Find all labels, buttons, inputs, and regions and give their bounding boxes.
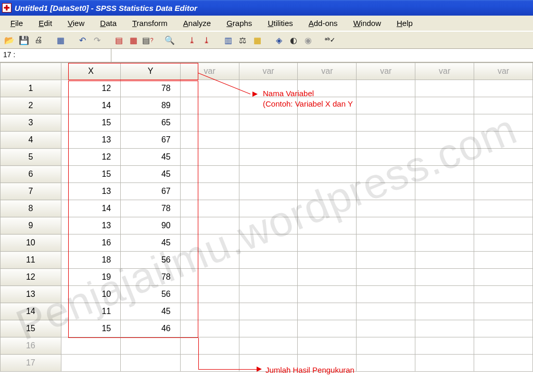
- table-row[interactable]: 16: [1, 337, 533, 355]
- cell-empty[interactable]: [357, 286, 415, 303]
- select-cases-icon[interactable]: ▦: [251, 34, 263, 46]
- cell-empty[interactable]: [415, 286, 474, 303]
- value-labels-icon[interactable]: ◈: [273, 34, 285, 46]
- cell[interactable]: 45: [121, 149, 180, 166]
- cell[interactable]: 18: [61, 252, 120, 269]
- cell-empty[interactable]: [298, 252, 357, 269]
- redo-icon[interactable]: ↷: [91, 34, 103, 46]
- cell-empty[interactable]: [239, 114, 298, 132]
- table-row[interactable]: 81478: [1, 200, 533, 217]
- cell-empty[interactable]: [239, 234, 298, 252]
- menu-analyze[interactable]: Analyze: [176, 17, 218, 29]
- table-row[interactable]: 131056: [1, 286, 533, 303]
- menu-view[interactable]: View: [60, 17, 92, 29]
- cell-empty[interactable]: [180, 97, 239, 114]
- cell[interactable]: 90: [121, 217, 180, 234]
- cell-empty[interactable]: [474, 132, 533, 149]
- cell-empty[interactable]: [357, 252, 415, 269]
- cell-empty[interactable]: [298, 234, 357, 252]
- row-header[interactable]: 3: [1, 114, 61, 132]
- weight-cases-icon[interactable]: ⚖: [236, 34, 249, 46]
- cell-empty[interactable]: [180, 80, 239, 97]
- cell-empty[interactable]: [180, 200, 239, 217]
- column-header-empty[interactable]: var: [474, 63, 533, 80]
- cell-empty[interactable]: [357, 97, 415, 114]
- cell-empty[interactable]: [474, 200, 533, 217]
- cell-empty[interactable]: [474, 97, 533, 114]
- cell-empty[interactable]: [415, 132, 474, 149]
- cell-empty[interactable]: [180, 303, 239, 320]
- cell[interactable]: 65: [121, 114, 180, 132]
- cell-empty[interactable]: [474, 149, 533, 166]
- cell-empty[interactable]: [474, 114, 533, 132]
- cell-empty[interactable]: [298, 217, 357, 234]
- cell-empty[interactable]: [415, 252, 474, 269]
- table-row[interactable]: 31565: [1, 114, 533, 132]
- menu-help[interactable]: Help: [389, 17, 420, 29]
- cell-empty[interactable]: [239, 337, 298, 355]
- cell[interactable]: 78: [121, 80, 180, 97]
- cell[interactable]: 46: [121, 320, 180, 337]
- menu-utilities[interactable]: Utilities: [260, 17, 300, 29]
- table-row[interactable]: 141145: [1, 303, 533, 320]
- menu-window[interactable]: Window: [346, 17, 388, 29]
- cell-empty[interactable]: [415, 303, 474, 320]
- row-header[interactable]: 14: [1, 303, 61, 320]
- table-row[interactable]: 11278: [1, 80, 533, 97]
- row-header[interactable]: 7: [1, 183, 61, 200]
- cell-address-box[interactable]: 17 :: [0, 49, 111, 62]
- cell-empty[interactable]: [415, 234, 474, 252]
- table-row[interactable]: 91390: [1, 217, 533, 234]
- cell-empty[interactable]: [415, 166, 474, 183]
- cell-empty[interactable]: [357, 217, 415, 234]
- cell[interactable]: 78: [121, 200, 180, 217]
- cell[interactable]: 13: [61, 183, 120, 200]
- row-header[interactable]: 5: [1, 149, 61, 166]
- cell-empty[interactable]: [474, 269, 533, 286]
- cell-empty[interactable]: [121, 355, 180, 372]
- cell-empty[interactable]: [180, 320, 239, 337]
- column-header-empty[interactable]: var: [415, 63, 474, 80]
- cell-empty[interactable]: [121, 337, 180, 355]
- undo-icon[interactable]: ↶: [76, 34, 88, 46]
- cell-empty[interactable]: [415, 114, 474, 132]
- goto-case-icon[interactable]: ▤: [112, 34, 125, 46]
- cell-empty[interactable]: [298, 200, 357, 217]
- cell-empty[interactable]: [239, 149, 298, 166]
- cell[interactable]: 12: [61, 80, 120, 97]
- cell-empty[interactable]: [415, 183, 474, 200]
- cell-empty[interactable]: [415, 200, 474, 217]
- column-header-empty[interactable]: var: [357, 63, 415, 80]
- cell-empty[interactable]: [298, 80, 357, 97]
- cell-empty[interactable]: [180, 217, 239, 234]
- menu-transform[interactable]: Transform: [125, 17, 175, 29]
- cell-empty[interactable]: [180, 114, 239, 132]
- cell-empty[interactable]: [415, 217, 474, 234]
- cell-empty[interactable]: [474, 80, 533, 97]
- cell-empty[interactable]: [415, 320, 474, 337]
- cell-empty[interactable]: [298, 337, 357, 355]
- cell-empty[interactable]: [180, 286, 239, 303]
- cell-empty[interactable]: [180, 252, 239, 269]
- cell[interactable]: 45: [121, 166, 180, 183]
- cell-empty[interactable]: [180, 132, 239, 149]
- use-sets-icon[interactable]: ◐: [287, 34, 300, 46]
- cell[interactable]: 15: [61, 114, 120, 132]
- cell-empty[interactable]: [298, 320, 357, 337]
- print-icon[interactable]: 🖨: [32, 34, 45, 46]
- cell-empty[interactable]: [357, 269, 415, 286]
- open-icon[interactable]: 📂: [3, 34, 16, 46]
- cell-empty[interactable]: [357, 303, 415, 320]
- row-header[interactable]: 8: [1, 200, 61, 217]
- goto-var-icon[interactable]: ▦: [127, 34, 139, 46]
- table-row[interactable]: 51245: [1, 149, 533, 166]
- cell-empty[interactable]: [357, 149, 415, 166]
- menu-file[interactable]: File: [3, 17, 30, 29]
- cell[interactable]: 67: [121, 183, 180, 200]
- cell-empty[interactable]: [357, 183, 415, 200]
- split-file-icon[interactable]: ▥: [222, 34, 234, 46]
- row-header[interactable]: 2: [1, 97, 61, 114]
- cell-empty[interactable]: [357, 132, 415, 149]
- cell-empty[interactable]: [474, 303, 533, 320]
- cell-empty[interactable]: [357, 166, 415, 183]
